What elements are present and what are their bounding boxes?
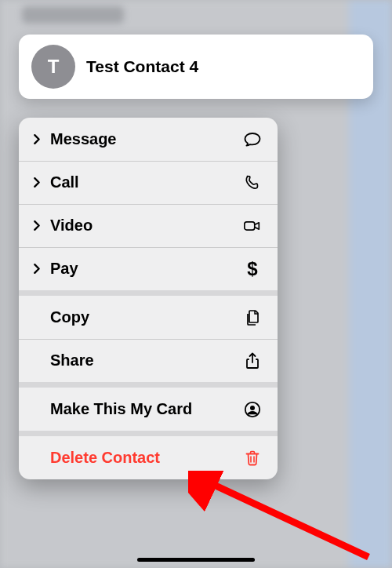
chevron-right-icon [33,177,50,188]
menu-item-share[interactable]: Share [19,339,278,382]
phone-icon [241,173,263,192]
menu-item-pay[interactable]: Pay $ [19,247,278,290]
menu-item-make-my-card[interactable]: Make This My Card [19,388,278,431]
svg-rect-0 [245,221,255,229]
menu-section-destructive: Delete Contact [19,431,278,479]
svg-point-2 [250,406,255,410]
menu-label: Pay [50,260,241,278]
menu-label: Delete Contact [50,449,241,467]
trash-icon [241,449,263,468]
menu-label: Copy [50,308,241,326]
chevron-right-icon [33,133,50,145]
person-circle-icon [241,400,263,419]
menu-item-copy[interactable]: Copy [19,296,278,339]
context-menu: Message Call Video [19,118,278,479]
menu-label: Call [50,173,241,191]
chevron-right-icon [33,220,50,231]
menu-item-delete-contact[interactable]: Delete Contact [19,436,278,479]
contact-card[interactable]: T Test Contact 4 [19,35,373,99]
menu-item-message[interactable]: Message [19,118,278,161]
video-camera-icon [241,217,263,235]
menu-label: Make This My Card [50,400,241,418]
speech-bubble-icon [241,130,263,149]
dollar-icon: $ [241,258,263,280]
menu-item-video[interactable]: Video [19,204,278,247]
menu-label: Share [50,351,241,370]
chevron-right-icon [33,263,50,275]
home-indicator[interactable] [137,558,255,562]
menu-section-card: Make This My Card [19,382,278,431]
menu-item-call[interactable]: Call [19,161,278,204]
avatar: T [31,45,75,89]
menu-label: Video [50,217,241,235]
copy-icon [241,308,263,327]
contact-name: Test Contact 4 [86,57,198,76]
menu-label: Message [50,130,241,148]
blurred-header-text [22,6,124,24]
menu-section-actions: Message Call Video [19,118,278,290]
share-icon [241,351,263,370]
menu-section-share: Copy Share [19,290,278,382]
